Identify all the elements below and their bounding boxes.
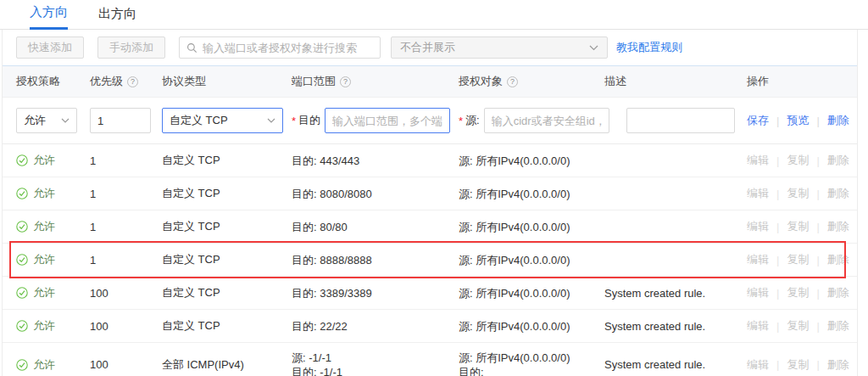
copy-link[interactable]: 复制 bbox=[787, 318, 809, 334]
protocol-cell: 自定义 TCP bbox=[162, 186, 292, 201]
header-authorization-object: 授权对象 bbox=[459, 74, 604, 89]
allow-check-icon bbox=[16, 359, 28, 371]
delete-link[interactable]: 删除 bbox=[827, 252, 849, 267]
edit-link[interactable]: 编辑 bbox=[747, 252, 769, 267]
dest-port-input[interactable] bbox=[325, 108, 450, 133]
question-icon[interactable] bbox=[127, 76, 138, 87]
allow-check-icon bbox=[16, 188, 28, 199]
policy-cell: 允许 bbox=[16, 219, 90, 234]
protocol-cell: 全部 ICMP(IPv4) bbox=[162, 357, 292, 373]
save-link[interactable]: 保存 bbox=[747, 113, 769, 128]
description-input[interactable] bbox=[626, 108, 735, 133]
display-mode-dropdown[interactable]: 不合并展示 bbox=[391, 36, 608, 59]
edit-link[interactable]: 编辑 bbox=[747, 153, 769, 168]
row-actions: 编辑| 复制| 删除 bbox=[747, 186, 857, 201]
edit-link[interactable]: 编辑 bbox=[747, 186, 769, 201]
rule-row: 允许 1 自定义 TCP 目的: 80/80 源: 所有IPv4(0.0.0.0… bbox=[3, 210, 857, 244]
port-range-cell: 目的: 8888/8888 bbox=[292, 253, 459, 267]
row-actions: 编辑| 复制| 删除 bbox=[747, 252, 857, 267]
quick-add-button[interactable]: 快速添加 bbox=[16, 36, 84, 59]
allow-check-icon bbox=[16, 221, 28, 233]
source-label: 源: bbox=[465, 113, 480, 128]
tab-outbound[interactable]: 出方向 bbox=[98, 6, 136, 29]
header-protocol: 协议类型 bbox=[162, 74, 292, 89]
allow-check-icon bbox=[16, 287, 28, 299]
protocol-select-value: 自定义 TCP bbox=[170, 113, 228, 128]
policy-select[interactable]: 允许 bbox=[16, 108, 77, 133]
rule-row: 允许 100 全部 ICMP(IPv4) 源: -1/-1目的: -1/-1 源… bbox=[3, 343, 857, 376]
allow-check-icon bbox=[16, 320, 28, 332]
preview-link[interactable]: 预览 bbox=[787, 113, 809, 128]
search-icon bbox=[186, 42, 198, 53]
configure-rules-help-link[interactable]: 教我配置规则 bbox=[616, 40, 682, 55]
header-actions: 操作 bbox=[747, 74, 857, 89]
copy-link[interactable]: 复制 bbox=[787, 219, 809, 234]
row-actions: 编辑| 复制| 删除 bbox=[747, 357, 857, 373]
protocol-cell: 自定义 TCP bbox=[162, 318, 292, 334]
authorization-object-cell: 源: 所有IPv4(0.0.0.0/0) bbox=[459, 319, 604, 334]
protocol-select[interactable]: 自定义 TCP bbox=[162, 108, 283, 133]
protocol-cell: 自定义 TCP bbox=[162, 285, 292, 300]
priority-input[interactable] bbox=[90, 108, 151, 133]
rule-row: 允许 1 自定义 TCP 目的: 443/443 源: 所有IPv4(0.0.0… bbox=[3, 144, 857, 177]
table-header-row: 授权策略 优先级 协议类型 端口范围 授权对象 描述 操作 bbox=[3, 65, 857, 98]
priority-cell: 1 bbox=[90, 254, 162, 267]
delete-link[interactable]: 删除 bbox=[827, 285, 849, 300]
edit-link[interactable]: 编辑 bbox=[747, 285, 769, 300]
description-cell: System created rule. bbox=[604, 358, 747, 371]
policy-cell: 允许 bbox=[16, 357, 90, 373]
port-range-cell: 目的: 80/80 bbox=[292, 220, 459, 234]
priority-cell: 100 bbox=[90, 358, 162, 371]
policy-cell: 允许 bbox=[16, 285, 90, 300]
delete-link[interactable]: 删除 bbox=[827, 186, 849, 201]
priority-cell: 1 bbox=[90, 188, 162, 200]
allow-check-icon bbox=[16, 154, 28, 166]
copy-link[interactable]: 复制 bbox=[787, 153, 809, 168]
authorization-object-cell: 源: 所有IPv4(0.0.0.0/0)目的: bbox=[459, 351, 604, 376]
question-icon[interactable] bbox=[507, 76, 518, 87]
rule-row: 允许 100 自定义 TCP 目的: 3389/3389 源: 所有IPv4(0… bbox=[3, 277, 857, 310]
port-range-cell: 目的: 22/22 bbox=[292, 319, 459, 334]
rule-row: 允许 1 自定义 TCP 目的: 8080/8080 源: 所有IPv4(0.0… bbox=[3, 177, 857, 210]
row-actions: 编辑| 复制| 删除 bbox=[747, 318, 857, 334]
new-rule-edit-row: 允许 自定义 TCP 目的 源: bbox=[3, 98, 857, 144]
delete-link[interactable]: 删除 bbox=[827, 318, 849, 334]
delete-link[interactable]: 删除 bbox=[827, 219, 849, 234]
question-icon[interactable] bbox=[340, 76, 351, 87]
source-input[interactable] bbox=[484, 108, 609, 133]
required-asterisk bbox=[292, 115, 296, 127]
protocol-cell: 自定义 TCP bbox=[162, 153, 292, 168]
edit-link[interactable]: 编辑 bbox=[747, 318, 769, 334]
header-description: 描述 bbox=[604, 74, 747, 89]
rule-row: 允许 100 自定义 TCP 目的: 22/22 源: 所有IPv4(0.0.0… bbox=[3, 310, 857, 343]
delete-link[interactable]: 删除 bbox=[827, 357, 849, 373]
delete-link[interactable]: 删除 bbox=[827, 113, 849, 128]
port-range-cell: 目的: 3389/3389 bbox=[292, 286, 459, 300]
rule-row-highlighted: 允许 1 自定义 TCP 目的: 8888/8888 源: 所有IPv4(0.0… bbox=[3, 244, 857, 277]
row-actions: 编辑| 复制| 删除 bbox=[747, 219, 857, 234]
copy-link[interactable]: 复制 bbox=[787, 186, 809, 201]
edit-row-actions: 保存 | 预览 | 删除 bbox=[747, 113, 857, 128]
authorization-object-cell: 源: 所有IPv4(0.0.0.0/0) bbox=[459, 253, 604, 267]
copy-link[interactable]: 复制 bbox=[787, 357, 809, 373]
chevron-down-icon bbox=[61, 118, 70, 123]
copy-link[interactable]: 复制 bbox=[787, 252, 809, 267]
search-input[interactable] bbox=[203, 42, 373, 54]
edit-link[interactable]: 编辑 bbox=[747, 219, 769, 234]
tab-inbound[interactable]: 入方向 bbox=[30, 4, 68, 30]
description-cell: System created rule. bbox=[604, 320, 747, 333]
rules-panel: 快速添加 手动添加 不合并展示 教我配置规则 授权策略 优先级 协议类型 端口范… bbox=[2, 30, 858, 376]
chevron-down-icon bbox=[267, 118, 275, 123]
port-range-cell: 目的: 443/443 bbox=[292, 154, 459, 168]
priority-cell: 100 bbox=[90, 287, 162, 300]
policy-cell: 允许 bbox=[16, 318, 90, 334]
copy-link[interactable]: 复制 bbox=[787, 285, 809, 300]
description-cell: System created rule. bbox=[604, 287, 747, 300]
authorization-object-cell: 源: 所有IPv4(0.0.0.0/0) bbox=[459, 286, 604, 300]
manual-add-button[interactable]: 手动添加 bbox=[97, 36, 165, 59]
search-box[interactable] bbox=[179, 36, 381, 59]
edit-link[interactable]: 编辑 bbox=[747, 357, 769, 373]
delete-link[interactable]: 删除 bbox=[827, 153, 849, 168]
protocol-cell: 自定义 TCP bbox=[162, 252, 292, 267]
authorization-object-cell: 源: 所有IPv4(0.0.0.0/0) bbox=[459, 154, 604, 168]
